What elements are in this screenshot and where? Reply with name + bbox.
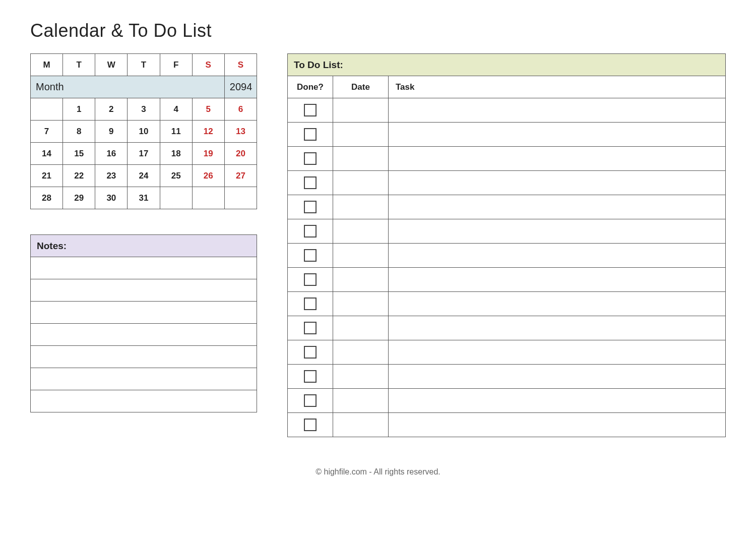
- calendar-day-cell[interactable]: 14: [31, 143, 63, 165]
- todo-task-cell[interactable]: [389, 219, 726, 244]
- calendar-day-cell[interactable]: 23: [95, 165, 128, 187]
- calendar-day-cell[interactable]: 5: [192, 98, 224, 121]
- checkbox-icon[interactable]: [304, 176, 317, 189]
- notes-row[interactable]: [31, 324, 257, 346]
- todo-date-cell[interactable]: [333, 389, 389, 413]
- todo-date-cell[interactable]: [333, 195, 389, 219]
- notes-row[interactable]: [31, 302, 257, 324]
- todo-date-cell[interactable]: [333, 340, 389, 365]
- checkbox-icon[interactable]: [304, 273, 317, 286]
- todo-date-cell[interactable]: [333, 244, 389, 268]
- todo-date-cell[interactable]: [333, 219, 389, 244]
- todo-task-cell[interactable]: [389, 195, 726, 219]
- calendar-day-cell[interactable]: 9: [95, 121, 128, 143]
- checkbox-icon[interactable]: [304, 249, 317, 262]
- calendar-day-cell[interactable]: 4: [160, 98, 192, 121]
- todo-task-cell[interactable]: [389, 244, 726, 268]
- calendar-day-cell[interactable]: 18: [160, 143, 192, 165]
- notes-row[interactable]: [31, 368, 257, 390]
- calendar-day-cell[interactable]: 25: [160, 165, 192, 187]
- calendar-day-cell[interactable]: 8: [63, 121, 95, 143]
- calendar-day-cell[interactable]: 12: [192, 121, 224, 143]
- calendar-day-cell[interactable]: 28: [31, 187, 63, 209]
- todo-row: [288, 219, 726, 244]
- calendar-day-cell[interactable]: 27: [224, 165, 257, 187]
- todo-done-cell: [288, 365, 333, 389]
- notes-row[interactable]: [31, 257, 257, 279]
- todo-task-cell[interactable]: [389, 268, 726, 292]
- calendar-week-row: 78910111213: [31, 121, 257, 143]
- calendar-day-cell[interactable]: 2: [95, 98, 128, 121]
- calendar-day-cell[interactable]: 31: [128, 187, 160, 209]
- calendar-week-row: 21222324252627: [31, 165, 257, 187]
- calendar-day-cell[interactable]: [224, 187, 257, 209]
- checkbox-icon[interactable]: [304, 370, 317, 383]
- checkbox-icon[interactable]: [304, 346, 317, 359]
- checkbox-icon[interactable]: [304, 419, 317, 431]
- checkbox-icon[interactable]: [304, 298, 317, 310]
- todo-date-cell[interactable]: [333, 123, 389, 147]
- todo-task-cell[interactable]: [389, 340, 726, 365]
- todo-row: [288, 244, 726, 268]
- todo-date-cell[interactable]: [333, 316, 389, 340]
- calendar-week-row: 14151617181920: [31, 143, 257, 165]
- calendar-day-cell[interactable]: [160, 187, 192, 209]
- todo-task-cell[interactable]: [389, 171, 726, 195]
- calendar-day-cell[interactable]: 22: [63, 165, 95, 187]
- calendar-day-cell[interactable]: 26: [192, 165, 224, 187]
- calendar-day-cell[interactable]: 20: [224, 143, 257, 165]
- todo-done-cell: [288, 98, 333, 123]
- checkbox-icon[interactable]: [304, 394, 317, 407]
- todo-row: [288, 365, 726, 389]
- calendar-day-cell[interactable]: 15: [63, 143, 95, 165]
- todo-task-cell[interactable]: [389, 292, 726, 316]
- todo-task-cell[interactable]: [389, 147, 726, 171]
- checkbox-icon[interactable]: [304, 128, 317, 141]
- calendar-day-cell[interactable]: 6: [224, 98, 257, 121]
- todo-done-cell: [288, 292, 333, 316]
- todo-date-cell[interactable]: [333, 365, 389, 389]
- todo-date-cell[interactable]: [333, 292, 389, 316]
- checkbox-icon[interactable]: [304, 322, 317, 334]
- calendar-month-label[interactable]: Month: [31, 76, 225, 98]
- calendar-day-cell[interactable]: 11: [160, 121, 192, 143]
- calendar-day-cell[interactable]: 30: [95, 187, 128, 209]
- todo-date-cell[interactable]: [333, 413, 389, 437]
- notes-row[interactable]: [31, 279, 257, 302]
- notes-row[interactable]: [31, 346, 257, 368]
- todo-task-cell[interactable]: [389, 98, 726, 123]
- calendar-day-cell[interactable]: 3: [128, 98, 160, 121]
- calendar-day-cell[interactable]: 7: [31, 121, 63, 143]
- calendar-table: Month 2094 M T W T F S S 123456789101112…: [30, 53, 257, 209]
- calendar-day-cell[interactable]: 24: [128, 165, 160, 187]
- checkbox-icon[interactable]: [304, 104, 317, 116]
- todo-done-cell: [288, 413, 333, 437]
- todo-date-cell[interactable]: [333, 268, 389, 292]
- calendar-day-cell[interactable]: 17: [128, 143, 160, 165]
- calendar-day-cell[interactable]: 21: [31, 165, 63, 187]
- todo-task-cell[interactable]: [389, 123, 726, 147]
- checkbox-icon[interactable]: [304, 152, 317, 165]
- todo-date-cell[interactable]: [333, 98, 389, 123]
- checkbox-icon[interactable]: [304, 201, 317, 213]
- todo-done-cell: [288, 219, 333, 244]
- calendar-day-cell[interactable]: [31, 98, 63, 121]
- calendar-day-cell[interactable]: 19: [192, 143, 224, 165]
- todo-date-cell[interactable]: [333, 171, 389, 195]
- calendar-day-cell[interactable]: [192, 187, 224, 209]
- notes-table: Notes:: [30, 234, 257, 412]
- calendar-day-cell[interactable]: 10: [128, 121, 160, 143]
- calendar-day-cell[interactable]: 16: [95, 143, 128, 165]
- checkbox-icon[interactable]: [304, 225, 317, 237]
- calendar-day-cell[interactable]: 29: [63, 187, 95, 209]
- todo-task-cell[interactable]: [389, 389, 726, 413]
- todo-task-cell[interactable]: [389, 316, 726, 340]
- todo-date-cell[interactable]: [333, 147, 389, 171]
- todo-task-cell[interactable]: [389, 365, 726, 389]
- notes-row[interactable]: [31, 390, 257, 412]
- todo-row: [288, 316, 726, 340]
- todo-done-cell: [288, 171, 333, 195]
- calendar-day-cell[interactable]: 1: [63, 98, 95, 121]
- todo-task-cell[interactable]: [389, 413, 726, 437]
- calendar-day-cell[interactable]: 13: [224, 121, 257, 143]
